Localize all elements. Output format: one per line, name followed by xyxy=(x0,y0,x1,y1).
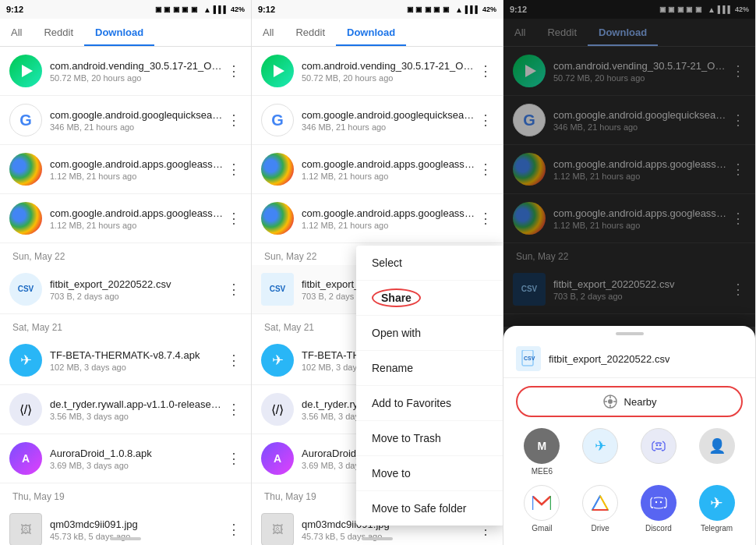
list-item[interactable]: ✈ TF-BETA-THERMATK-v8.7.4.apk 102 MB, 3 … xyxy=(0,336,251,385)
discord-outline-icon xyxy=(641,428,677,464)
file-name: fitbit_export_20220522.csv xyxy=(50,278,223,290)
telegram-label: Telegram xyxy=(701,524,733,533)
share-app-discord-outline[interactable] xyxy=(635,428,682,476)
tab-download-2[interactable]: Download xyxy=(336,19,406,46)
app-icon-aurora: A xyxy=(9,442,42,475)
tab-all-2[interactable]: All xyxy=(252,19,284,46)
tab-reddit-2[interactable]: Reddit xyxy=(284,19,336,46)
file-name: TF-BETA-THERMATK-v8.7.4.apk xyxy=(50,349,223,361)
share-app-drive[interactable]: Drive xyxy=(577,485,624,533)
more-button[interactable]: ⋮ xyxy=(223,398,245,420)
telegram-outline-icon: ✈ xyxy=(582,428,618,464)
share-app-discord[interactable]: Discord xyxy=(635,485,682,533)
more-button[interactable]: ⋮ xyxy=(223,448,245,469)
share-handle xyxy=(616,332,644,335)
list-item[interactable]: ⟨/⟩ de.t_ryder.rywall.app-v1.1.0-release… xyxy=(0,385,251,434)
tab-all-1[interactable]: All xyxy=(0,19,33,46)
context-move-to[interactable]: Move to xyxy=(356,456,503,491)
file-info: de.t_ryder.rywall.app-v1.1.0-release.apk… xyxy=(50,398,223,421)
status-bar-2: 9:12 ▣ ▣ ▣ ▣ ▣ ▲ ▌▌▌ 42% xyxy=(252,0,503,19)
share-app-ghost[interactable]: 👤 xyxy=(694,428,740,476)
context-open-with[interactable]: Open with xyxy=(356,316,503,351)
file-meta: 1.12 MB, 21 hours ago xyxy=(302,221,475,230)
share-apps-row-bottom: Gmail Drive xyxy=(503,480,755,537)
svg-point-17 xyxy=(660,501,662,503)
list-item[interactable]: com.android.vending_30.5.17-21_O_PR_447.… xyxy=(0,47,251,96)
more-button[interactable]: ⋮ xyxy=(223,207,245,229)
list-item[interactable]: com.google.android.apps.googleassistant_… xyxy=(0,194,251,243)
more-button[interactable]: ⋮ xyxy=(223,109,245,131)
file-info: com.google.android.googlequicksearchbox.… xyxy=(50,109,223,132)
more-button[interactable]: ⋮ xyxy=(475,158,496,180)
file-meta: 3.56 MB, 3 days ago xyxy=(50,412,223,421)
notif-icons-1: ▣ ▣ ▣ ▣ ▣ xyxy=(155,5,198,13)
telegram-icon: ✈ xyxy=(699,485,735,521)
context-move-safe[interactable]: Move to Safe folder xyxy=(356,491,503,526)
share-file-name: fitbit_export_20220522.csv xyxy=(549,353,669,365)
tabs-2: All Reddit Download xyxy=(252,19,503,47)
list-item[interactable]: com.android.vending_30.5.17-21_O_PR_447.… xyxy=(252,47,503,96)
share-app-telegram[interactable]: ✈ Telegram xyxy=(694,485,740,533)
list-item[interactable]: G com.google.android.googlequicksearchbo… xyxy=(0,96,251,145)
file-meta: 102 MB, 3 days ago xyxy=(50,363,223,372)
panel-3: 9:12 ▣ ▣ ▣ ▣ ▣ ▲ ▌▌▌ 42% All Reddit Down… xyxy=(503,0,756,545)
more-button[interactable]: ⋮ xyxy=(223,60,245,82)
more-button[interactable]: ⋮ xyxy=(223,349,245,371)
app-icon-rywall: ⟨/⟩ xyxy=(9,393,42,426)
list-item[interactable]: com.google.android.apps.googleassistant_… xyxy=(0,145,251,194)
share-app-mee6[interactable]: M MEE6 xyxy=(518,428,565,476)
file-info: com.google.android.apps.googleassistant_… xyxy=(302,207,475,230)
mee6-icon: M xyxy=(524,428,560,464)
drive-label: Drive xyxy=(591,524,609,533)
file-info: com.android.vending_30.5.17-21_O_PR_447.… xyxy=(302,60,475,83)
list-item[interactable]: A AuroraDroid_1.0.8.apk 3.69 MB, 3 days … xyxy=(0,434,251,483)
share-app-tg-outline[interactable]: ✈ xyxy=(577,428,624,476)
share-app-gmail[interactable]: Gmail xyxy=(518,485,565,533)
svg-line-14 xyxy=(600,496,608,510)
file-meta: 703 B, 2 days ago xyxy=(50,292,223,301)
panel-1: 9:12 ▣ ▣ ▣ ▣ ▣ ▲ ▌▌▌ 42% All Reddit Down… xyxy=(0,0,252,545)
share-file-row: CSV fitbit_export_20220522.csv xyxy=(503,340,755,378)
scroll-indicator-2 xyxy=(362,537,393,540)
more-button[interactable]: ⋮ xyxy=(223,518,245,540)
more-button[interactable]: ⋮ xyxy=(475,109,496,131)
tab-reddit-1[interactable]: Reddit xyxy=(33,19,84,46)
list-item[interactable]: com.google.android.apps.googleassistant_… xyxy=(252,194,503,243)
ghost-icon: 👤 xyxy=(699,428,735,464)
context-move-trash[interactable]: Move to Trash xyxy=(356,421,503,456)
app-icon-assistant xyxy=(9,153,42,186)
more-button[interactable]: ⋮ xyxy=(475,207,496,229)
list-item[interactable]: com.google.android.apps.googleassistant_… xyxy=(252,145,503,194)
date-header: Thu, May 19 xyxy=(0,483,251,505)
file-name: qm03mdc9ii091.jpg xyxy=(50,518,223,530)
file-info: com.google.android.apps.googleassistant_… xyxy=(302,158,475,181)
more-button[interactable]: ⋮ xyxy=(475,60,496,82)
context-add-favorites[interactable]: Add to Favorites xyxy=(356,386,503,421)
svg-marker-11 xyxy=(592,496,608,510)
nearby-button[interactable]: Nearby xyxy=(516,386,743,417)
app-icon-play xyxy=(9,55,42,87)
status-icons-1: ▣ ▣ ▣ ▣ ▣ ▲ ▌▌▌ 42% xyxy=(155,5,245,14)
file-info: com.google.android.googlequicksearchbox.… xyxy=(302,109,475,132)
context-select[interactable]: Select xyxy=(356,246,503,281)
mee6-label: MEE6 xyxy=(532,467,553,476)
context-share[interactable]: Share xyxy=(356,281,503,316)
time-2: 9:12 xyxy=(258,5,275,14)
file-name: com.google.android.googlequicksearchbox.… xyxy=(302,109,475,121)
tab-download-1[interactable]: Download xyxy=(84,19,154,46)
more-button[interactable]: ⋮ xyxy=(223,158,245,180)
list-item[interactable]: CSV fitbit_export_20220522.csv 703 B, 2 … xyxy=(0,265,251,314)
battery-icon: 42% xyxy=(231,5,245,13)
app-icon-csv: CSV xyxy=(9,273,42,306)
app-icon-google-2: G xyxy=(261,104,294,136)
gmail-icon xyxy=(524,485,560,521)
discord-icon xyxy=(641,485,677,521)
signal-icon-2: ▌▌▌ xyxy=(465,5,480,13)
share-sheet: CSV fitbit_export_20220522.csv Nearby xyxy=(503,326,755,545)
battery-icon-2: 42% xyxy=(482,5,496,13)
more-button[interactable]: ⋮ xyxy=(223,278,245,300)
context-rename[interactable]: Rename xyxy=(356,351,503,386)
file-name: AuroraDroid_1.0.8.apk xyxy=(50,448,223,459)
file-info: com.android.vending_30.5.17-21_O_PR_447.… xyxy=(50,60,223,83)
list-item[interactable]: G com.google.android.googlequicksearchbo… xyxy=(252,96,503,145)
